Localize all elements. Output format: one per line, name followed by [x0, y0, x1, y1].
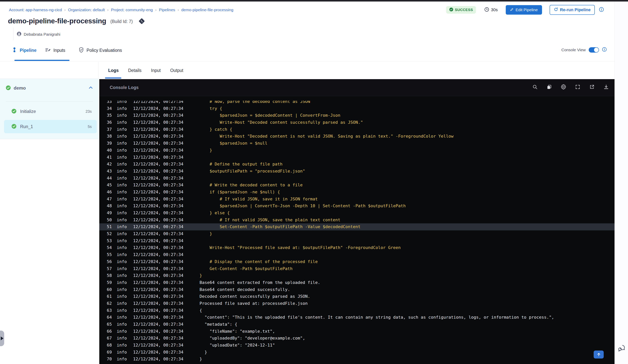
tab-inputs[interactable]: Inputs [45, 47, 65, 54]
log-level: info [117, 335, 127, 342]
stages-panel: demo Initialize 23s Run_1 5s [0, 79, 98, 139]
rerun-pipeline-button[interactable]: Re-run Pipeline [550, 5, 595, 15]
log-level: info [117, 223, 127, 230]
log-timestamp: 12/12/2024, 00:27:34 [133, 279, 183, 286]
breadcrumb-item[interactable]: demo-pipeline-file-processing [181, 7, 233, 12]
log-line-number: 68 [99, 342, 112, 349]
log-line-55[interactable]: 55info12/12/2024, 00:27:34 [99, 251, 615, 258]
log-line-56[interactable]: 56info12/12/2024, 00:27:34 # Display the… [99, 258, 615, 265]
log-line-69[interactable]: 69info12/12/2024, 00:27:34 } [99, 349, 615, 356]
chevron-up-icon[interactable] [88, 85, 93, 91]
log-line-46[interactable]: 46info12/12/2024, 00:27:34 if ($parsedJs… [99, 189, 615, 196]
expand-panel-handle[interactable] [0, 331, 4, 346]
step-success-icon [11, 109, 16, 114]
console-panel: Console Logs [99, 79, 615, 364]
tab-pipeline[interactable]: Pipeline [12, 47, 36, 54]
log-line-61[interactable]: 61info12/12/2024, 00:27:34Decoded conten… [99, 293, 615, 300]
breadcrumb-item[interactable]: Pipelines [159, 7, 175, 12]
log-line-67[interactable]: 67info12/12/2024, 00:27:34 "uploadedBy":… [99, 335, 615, 342]
search-icon[interactable] [532, 84, 538, 90]
fullscreen-icon[interactable] [575, 84, 581, 90]
log-timestamp: 12/12/2024, 00:27:34 [133, 133, 183, 140]
log-line-64[interactable]: 64info12/12/2024, 00:27:34 "content": "T… [99, 314, 615, 321]
log-line-42[interactable]: 42info12/12/2024, 00:27:34 # Define the … [99, 161, 615, 168]
tab-input[interactable]: Input [151, 68, 160, 73]
help-chat-icon[interactable] [617, 344, 626, 353]
log-line-number: 45 [99, 182, 112, 189]
log-line-40[interactable]: 40info12/12/2024, 00:27:34 } [99, 147, 615, 154]
download-icon[interactable] [603, 84, 609, 90]
log-line-37[interactable]: 37info12/12/2024, 00:27:34 } catch { [99, 126, 615, 133]
log-line-54[interactable]: 54info12/12/2024, 00:27:34 Write-Host "P… [99, 244, 615, 251]
duration-group: 30s [484, 7, 498, 13]
scroll-to-top-button[interactable] [594, 351, 604, 359]
log-line-48[interactable]: 48info12/12/2024, 00:27:34 $parsedJson |… [99, 203, 615, 210]
log-timestamp: 12/12/2024, 00:27:34 [133, 342, 183, 349]
log-message: # Write the decoded content to a file [200, 182, 303, 189]
author-name: Debabrata Panigrahi [24, 32, 60, 37]
log-line-68[interactable]: 68info12/12/2024, 00:27:34 "uploadDate":… [99, 342, 615, 349]
console-view-toggle[interactable] [589, 47, 599, 53]
log-line-number: 64 [99, 314, 112, 321]
tab-logs[interactable]: Logs [108, 68, 119, 73]
breadcrumb-item[interactable]: Account: app-harness-ng-cicd [9, 7, 62, 12]
log-line-60[interactable]: 60info12/12/2024, 00:27:34Base64 content… [99, 286, 615, 293]
tab-policy-evaluations[interactable]: Policy Evaluations [78, 47, 122, 54]
log-message: Write-Host "Decoded content is not valid… [200, 133, 454, 140]
log-timestamp: 12/12/2024, 00:27:34 [133, 286, 183, 293]
log-line-57[interactable]: 57info12/12/2024, 00:27:34 Get-Content -… [99, 265, 615, 272]
log-line-63[interactable]: 63info12/12/2024, 00:27:34{ [99, 307, 615, 314]
log-line-59[interactable]: 59info12/12/2024, 00:27:34Base64 content… [99, 279, 615, 286]
rerun-info-icon[interactable] [599, 7, 604, 13]
console-view-info-icon[interactable] [602, 47, 607, 53]
log-line-50[interactable]: 50info12/12/2024, 00:27:34 # If not vali… [99, 217, 615, 223]
console-view-control: Console View [561, 47, 607, 53]
log-line-49[interactable]: 49info12/12/2024, 00:27:34 } else { [99, 210, 615, 217]
log-line-45[interactable]: 45info12/12/2024, 00:27:34 # Write the d… [99, 182, 615, 189]
scm-diamond-icon [139, 18, 145, 24]
breadcrumb-item[interactable]: Organization: default [68, 7, 105, 12]
log-message: } [200, 272, 202, 279]
header-actions: SUCCESS 30s Edit Pipeline Re-run Pipelin… [446, 5, 617, 15]
log-line-43[interactable]: 43info12/12/2024, 00:27:34 $outputFilePa… [99, 168, 615, 175]
step-run-1[interactable]: Run_1 5s [4, 120, 97, 133]
window-top-strip [0, 0, 628, 1]
log-timestamp: 12/12/2024, 00:27:34 [133, 258, 183, 265]
log-line-39[interactable]: 39info12/12/2024, 00:27:34 $parsedJson =… [99, 140, 615, 147]
tab-output[interactable]: Output [170, 68, 183, 73]
log-line-52[interactable]: 52info12/12/2024, 00:27:34 } [99, 230, 615, 237]
log-line-65[interactable]: 65info12/12/2024, 00:27:34 "metadata": { [99, 321, 615, 328]
tab-details[interactable]: Details [128, 68, 142, 73]
settings-gear-icon[interactable] [561, 84, 566, 90]
title-row: demo-pipeline-file-processing (Build Id:… [8, 17, 144, 25]
stage-demo[interactable]: demo [0, 82, 98, 94]
stage-name: demo [14, 85, 26, 91]
log-line-53[interactable]: 53info12/12/2024, 00:27:34 [99, 237, 615, 244]
open-in-new-icon[interactable] [589, 84, 595, 90]
log-line-47[interactable]: 47info12/12/2024, 00:27:34 # If valid JS… [99, 196, 615, 203]
log-line-70[interactable]: 70info12/12/2024, 00:27:34} [99, 356, 615, 363]
log-line-62[interactable]: 62info12/12/2024, 00:27:34Processed file… [99, 300, 615, 307]
log-timestamp: 12/12/2024, 00:27:34 [133, 251, 183, 258]
log-line-51[interactable]: 51info12/12/2024, 00:27:34 Set-Content -… [99, 223, 615, 230]
log-line-44[interactable]: 44info12/12/2024, 00:27:34 [99, 175, 615, 182]
log-line-33[interactable]: 33info12/12/2024, 00:27:34 # Now, parse … [99, 101, 615, 105]
log-viewport[interactable]: 33info12/12/2024, 00:27:34 # Now, parse … [99, 101, 615, 364]
log-timestamp: 12/12/2024, 00:27:34 [133, 168, 183, 175]
edit-pipeline-button[interactable]: Edit Pipeline [506, 5, 542, 15]
log-level: info [117, 154, 127, 161]
log-line-41[interactable]: 41info12/12/2024, 00:27:34 [99, 154, 615, 161]
log-line-66[interactable]: 66info12/12/2024, 00:27:34 "fileName": "… [99, 328, 615, 335]
pipeline-icon [12, 47, 17, 54]
log-line-number: 48 [99, 203, 112, 210]
log-line-34[interactable]: 34info12/12/2024, 00:27:34 try { [99, 105, 615, 112]
log-line-58[interactable]: 58info12/12/2024, 00:27:34} [99, 272, 615, 279]
copy-icon[interactable] [546, 84, 552, 90]
log-line-38[interactable]: 38info12/12/2024, 00:27:34 Write-Host "D… [99, 133, 615, 140]
breadcrumb-item[interactable]: Project: community-eng [111, 7, 153, 12]
log-line-35[interactable]: 35info12/12/2024, 00:27:34 $parsedJson =… [99, 112, 615, 119]
step-initialize[interactable]: Initialize 23s [4, 105, 97, 118]
console-view-label: Console View [561, 48, 586, 52]
log-line-36[interactable]: 36info12/12/2024, 00:27:34 Write-Host "D… [99, 119, 615, 126]
log-message: Write-Host "Decoded content successfully… [200, 119, 363, 126]
